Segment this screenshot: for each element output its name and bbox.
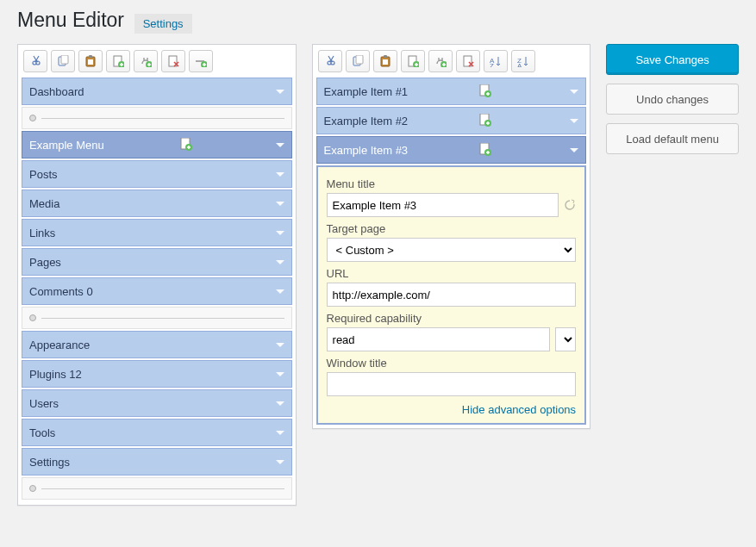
menu-item[interactable]: Posts bbox=[22, 160, 292, 188]
submenu-item-label: Example Item #1 bbox=[324, 85, 409, 98]
menu-item-label: Tools bbox=[29, 426, 55, 439]
menu-item-label: Example Menu bbox=[29, 139, 104, 152]
chevron-down-icon[interactable] bbox=[570, 119, 578, 123]
actions-panel: Save Changes Undo changes Load default m… bbox=[606, 44, 739, 163]
menu-item-label: Comments 0 bbox=[29, 285, 93, 298]
target-page-label: Target page bbox=[327, 222, 577, 235]
capability-dropdown[interactable] bbox=[555, 327, 576, 351]
cut-button[interactable] bbox=[23, 50, 47, 72]
menu-item[interactable]: Links bbox=[22, 219, 292, 246]
chevron-down-icon[interactable] bbox=[276, 460, 284, 464]
load-default-button[interactable]: Load default menu bbox=[606, 123, 739, 154]
url-label: URL bbox=[327, 267, 577, 280]
sort-desc-icon bbox=[517, 55, 529, 67]
chevron-down-icon[interactable] bbox=[276, 289, 284, 294]
paste-icon bbox=[84, 55, 97, 67]
menu-item-label: Posts bbox=[29, 168, 58, 181]
menu-item[interactable]: Tools bbox=[22, 419, 292, 446]
chevron-down-icon[interactable] bbox=[276, 401, 284, 406]
save-button[interactable]: Save Changes bbox=[606, 44, 739, 75]
url-input[interactable] bbox=[327, 283, 577, 307]
menu-item-label: Links bbox=[29, 227, 55, 239]
menu-item-label: Users bbox=[29, 397, 59, 410]
plugin-icon bbox=[434, 55, 447, 67]
menu-title-label: Menu title bbox=[327, 177, 577, 190]
undo-button[interactable]: Undo changes bbox=[606, 84, 739, 115]
chevron-down-icon[interactable] bbox=[276, 431, 284, 435]
menu-item[interactable]: Settings bbox=[22, 448, 292, 476]
new-icon bbox=[112, 55, 124, 67]
submenu-item[interactable]: Example Item #3 bbox=[316, 136, 587, 164]
delete-button[interactable] bbox=[456, 50, 480, 72]
page-add-icon[interactable] bbox=[180, 138, 194, 152]
plugin-button[interactable] bbox=[428, 50, 453, 72]
delete-icon bbox=[462, 55, 474, 67]
chevron-down-icon[interactable] bbox=[570, 90, 578, 94]
chevron-down-icon[interactable] bbox=[276, 260, 284, 264]
chevron-down-icon[interactable] bbox=[570, 148, 578, 152]
copy-icon bbox=[352, 55, 364, 67]
target-page-select[interactable]: < Custom > bbox=[327, 238, 577, 262]
menu-item[interactable]: Pages bbox=[22, 248, 292, 276]
new-button[interactable] bbox=[401, 50, 425, 72]
paste-icon bbox=[379, 55, 391, 67]
chevron-down-icon[interactable] bbox=[276, 90, 284, 94]
menu-item[interactable]: Comments 0 bbox=[22, 277, 292, 305]
menu-item-label: Dashboard bbox=[29, 85, 84, 98]
page-add-icon[interactable] bbox=[479, 84, 493, 98]
paste-button[interactable] bbox=[373, 50, 397, 72]
menu-item[interactable]: Plugins 12 bbox=[22, 360, 292, 388]
menu-title-input[interactable] bbox=[327, 193, 559, 217]
menu-separator[interactable] bbox=[22, 307, 292, 329]
delete-icon bbox=[167, 55, 179, 67]
copy-icon bbox=[57, 55, 69, 67]
capability-input[interactable] bbox=[327, 327, 551, 351]
menu-item[interactable]: Appearance bbox=[22, 331, 292, 358]
chevron-down-icon[interactable] bbox=[276, 202, 284, 206]
reset-icon[interactable] bbox=[564, 199, 576, 211]
top-level-menu-panel: DashboardExample MenuPostsMediaLinksPage… bbox=[17, 44, 297, 506]
submenu-item[interactable]: Example Item #2 bbox=[316, 107, 587, 134]
delete-button[interactable] bbox=[161, 50, 185, 72]
cut-icon bbox=[29, 55, 41, 67]
plugin-button[interactable] bbox=[134, 50, 158, 72]
chevron-down-icon[interactable] bbox=[276, 372, 284, 376]
submenu-item[interactable]: Example Item #1 bbox=[316, 78, 587, 105]
chevron-down-icon[interactable] bbox=[276, 343, 284, 347]
new-separator-button[interactable] bbox=[189, 50, 213, 72]
cut-icon bbox=[324, 55, 336, 67]
menu-item[interactable]: Media bbox=[22, 190, 292, 217]
menu-item-label: Media bbox=[29, 197, 59, 210]
sort-desc-button[interactable] bbox=[511, 50, 535, 72]
tab-settings[interactable]: Settings bbox=[134, 14, 192, 34]
chevron-down-icon[interactable] bbox=[276, 231, 284, 235]
menu-separator[interactable] bbox=[22, 477, 292, 500]
page-add-icon[interactable] bbox=[479, 143, 493, 157]
submenu-panel: Example Item #1Example Item #2Example It… bbox=[312, 44, 591, 429]
new-button[interactable] bbox=[106, 50, 130, 72]
copy-button[interactable] bbox=[346, 50, 370, 72]
page-title: Menu Editor bbox=[17, 9, 124, 32]
hide-advanced-link[interactable]: Hide advanced options bbox=[327, 403, 577, 416]
menu-item-label: Appearance bbox=[29, 339, 90, 351]
paste-button[interactable] bbox=[78, 50, 103, 72]
window-title-input[interactable] bbox=[327, 372, 577, 396]
new-separator-icon bbox=[195, 55, 207, 67]
page-add-icon[interactable] bbox=[479, 114, 493, 127]
chevron-down-icon[interactable] bbox=[276, 172, 284, 177]
menu-item-label: Settings bbox=[29, 456, 70, 469]
menu-item[interactable]: Dashboard bbox=[22, 78, 292, 105]
item-editor: Menu title Target page < Custom > URL Re… bbox=[316, 165, 587, 425]
menu-separator[interactable] bbox=[22, 107, 292, 129]
cut-button[interactable] bbox=[318, 50, 342, 72]
copy-button[interactable] bbox=[51, 50, 75, 72]
menu-item-label: Pages bbox=[29, 256, 61, 269]
chevron-down-icon[interactable] bbox=[276, 143, 284, 147]
sort-asc-icon bbox=[490, 55, 502, 67]
capability-label: Required capability bbox=[327, 312, 577, 325]
menu-item[interactable]: Users bbox=[22, 389, 292, 417]
menu-item-label: Plugins 12 bbox=[29, 368, 82, 381]
menu-item[interactable]: Example Menu bbox=[22, 131, 292, 159]
sort-asc-button[interactable] bbox=[484, 50, 508, 72]
submenu-item-label: Example Item #3 bbox=[324, 144, 409, 157]
